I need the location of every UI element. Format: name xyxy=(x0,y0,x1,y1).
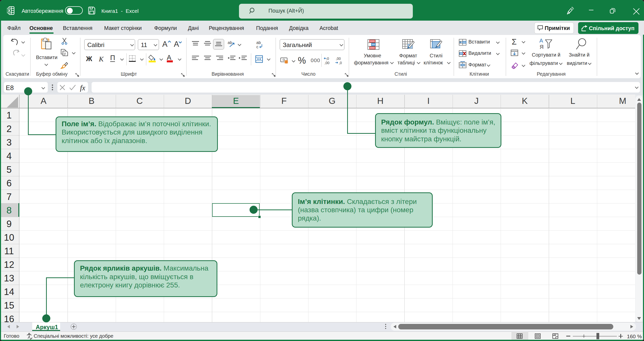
svg-text:Я: Я xyxy=(540,44,544,50)
svg-text:А: А xyxy=(539,38,543,44)
svg-text:ab: ab xyxy=(228,40,232,45)
svg-text:c: c xyxy=(256,45,258,49)
svg-text:,0: ,0 xyxy=(326,57,329,61)
svg-text:,00: ,00 xyxy=(336,57,341,61)
svg-text:ab: ab xyxy=(256,41,261,45)
svg-text:,00: ,00 xyxy=(325,61,330,65)
svg-text:,0: ,0 xyxy=(339,61,342,65)
